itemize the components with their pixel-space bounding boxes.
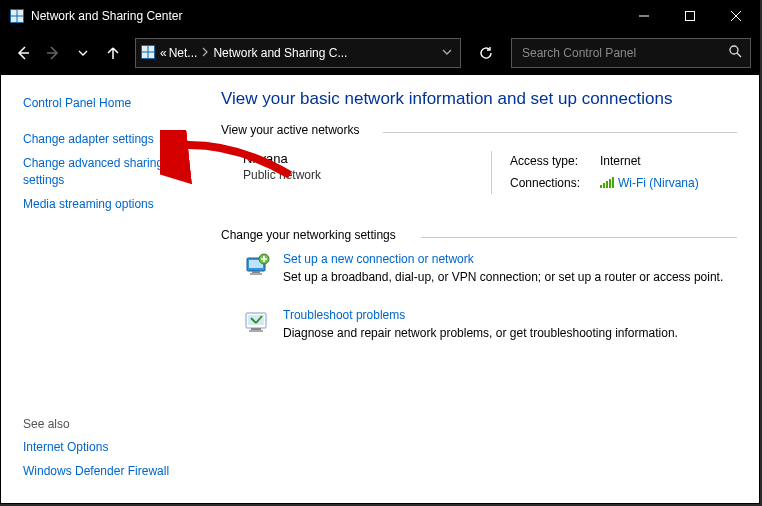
search-icon[interactable] — [728, 44, 742, 61]
breadcrumb-prefix[interactable]: « — [160, 46, 167, 60]
page-heading: View your basic network information and … — [221, 89, 737, 109]
change-settings-heading: Change your networking settings — [221, 228, 737, 246]
app-icon — [9, 8, 25, 24]
breadcrumb-seg1[interactable]: Net... — [169, 46, 198, 60]
sidebar-link-advanced-sharing[interactable]: Change advanced sharing settings — [23, 151, 191, 191]
sidebar-link-control-panel-home[interactable]: Control Panel Home — [23, 91, 191, 115]
setup-connection-title[interactable]: Set up a new connection or network — [283, 252, 723, 266]
network-identity: Nirvana Public network — [221, 151, 491, 182]
window-title: Network and Sharing Center — [31, 9, 182, 23]
refresh-button[interactable] — [471, 38, 501, 68]
see-also-block: See also Internet Options Windows Defend… — [23, 413, 191, 493]
troubleshoot-desc: Diagnose and repair network problems, or… — [283, 326, 678, 340]
sidebar-link-media-streaming[interactable]: Media streaming options — [23, 192, 191, 216]
svg-rect-8 — [149, 46, 155, 52]
network-details: Access type: Internet Connections: Wi-Fi… — [491, 151, 737, 194]
svg-rect-2 — [18, 10, 24, 16]
svg-rect-9 — [142, 52, 148, 58]
svg-rect-1 — [11, 10, 17, 16]
setup-connection-icon — [243, 252, 271, 280]
connection-link[interactable]: Wi-Fi (Nirvana) — [618, 176, 699, 190]
forward-button[interactable] — [39, 39, 67, 67]
connections-label: Connections: — [510, 173, 600, 195]
content: Control Panel Home Change adapter settin… — [1, 75, 759, 503]
titlebar: Network and Sharing Center — [1, 1, 759, 31]
svg-rect-10 — [149, 52, 155, 58]
svg-rect-5 — [686, 12, 695, 21]
troubleshoot-icon — [243, 308, 271, 336]
sidebar-link-change-adapter[interactable]: Change adapter settings — [23, 127, 191, 151]
network-name: Nirvana — [243, 151, 491, 166]
minimize-button[interactable] — [621, 1, 667, 31]
svg-rect-7 — [142, 46, 148, 52]
breadcrumb-icon — [140, 44, 158, 62]
active-networks-heading: View your active networks — [221, 123, 737, 141]
navbar: « Net... Network and Sharing C... — [1, 31, 759, 75]
breadcrumb-seg2[interactable]: Network and Sharing C... — [213, 46, 347, 60]
svg-rect-15 — [250, 273, 262, 275]
search-input[interactable] — [520, 45, 728, 61]
recent-dropdown[interactable] — [69, 39, 97, 67]
breadcrumb-sep1[interactable] — [199, 46, 211, 60]
wifi-signal-icon — [600, 178, 614, 188]
access-type-label: Access type: — [510, 151, 600, 173]
svg-rect-3 — [11, 17, 17, 23]
see-also-label: See also — [23, 413, 191, 435]
breadcrumb-dropdown-icon[interactable] — [442, 46, 456, 60]
setup-connection-item[interactable]: Set up a new connection or network Set u… — [221, 246, 737, 302]
main-panel: View your basic network information and … — [201, 75, 759, 503]
svg-rect-20 — [249, 330, 263, 332]
search-box[interactable] — [511, 38, 751, 68]
maximize-button[interactable] — [667, 1, 713, 31]
network-type: Public network — [243, 168, 491, 182]
window: Network and Sharing Center — [0, 0, 760, 504]
troubleshoot-title[interactable]: Troubleshoot problems — [283, 308, 678, 322]
svg-point-11 — [730, 46, 738, 54]
breadcrumb[interactable]: « Net... Network and Sharing C... — [135, 38, 461, 68]
sidebar: Control Panel Home Change adapter settin… — [1, 75, 201, 503]
setup-connection-desc: Set up a broadband, dial-up, or VPN conn… — [283, 270, 723, 284]
networking-settings-block: Change your networking settings — [221, 228, 737, 358]
back-button[interactable] — [9, 39, 37, 67]
access-type-value: Internet — [600, 151, 641, 173]
up-button[interactable] — [99, 39, 127, 67]
svg-rect-14 — [252, 271, 260, 273]
active-network-block: Nirvana Public network Access type: Inte… — [221, 151, 737, 194]
svg-rect-4 — [18, 17, 24, 23]
troubleshoot-item[interactable]: Troubleshoot problems Diagnose and repai… — [221, 302, 737, 358]
see-also-internet-options[interactable]: Internet Options — [23, 435, 191, 459]
close-button[interactable] — [713, 1, 759, 31]
svg-rect-19 — [251, 328, 261, 330]
see-also-firewall[interactable]: Windows Defender Firewall — [23, 459, 191, 483]
